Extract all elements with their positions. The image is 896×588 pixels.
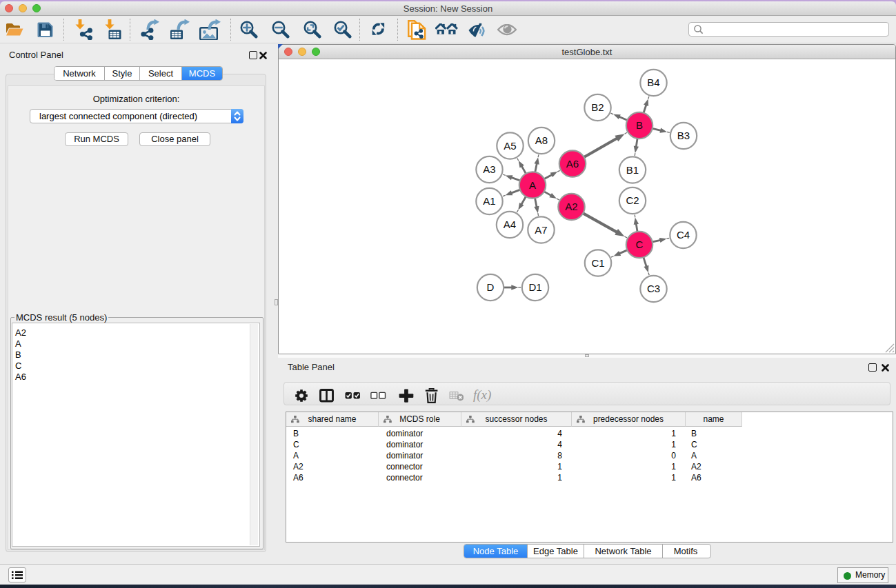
svg-text:C4: C4 <box>677 229 690 241</box>
svg-text:A2: A2 <box>565 201 577 212</box>
svg-text:A5: A5 <box>504 140 516 152</box>
svg-text:A6: A6 <box>566 158 579 170</box>
svg-text:A3: A3 <box>483 163 495 175</box>
svg-text:A8: A8 <box>535 134 548 146</box>
svg-text:B4: B4 <box>647 77 659 88</box>
svg-text:A1: A1 <box>483 195 495 207</box>
svg-text:B3: B3 <box>677 130 690 141</box>
svg-text:C2: C2 <box>626 194 639 206</box>
svg-text:C1: C1 <box>591 257 604 269</box>
svg-text:C3: C3 <box>647 283 660 294</box>
svg-text:A: A <box>529 179 536 191</box>
svg-text:A7: A7 <box>535 224 547 236</box>
svg-text:D1: D1 <box>528 281 541 293</box>
svg-text:B2: B2 <box>591 101 604 113</box>
svg-text:D: D <box>487 281 495 293</box>
svg-text:A4: A4 <box>504 219 516 230</box>
svg-text:B: B <box>636 119 643 131</box>
svg-text:B1: B1 <box>626 164 639 176</box>
svg-text:C: C <box>636 239 644 250</box>
